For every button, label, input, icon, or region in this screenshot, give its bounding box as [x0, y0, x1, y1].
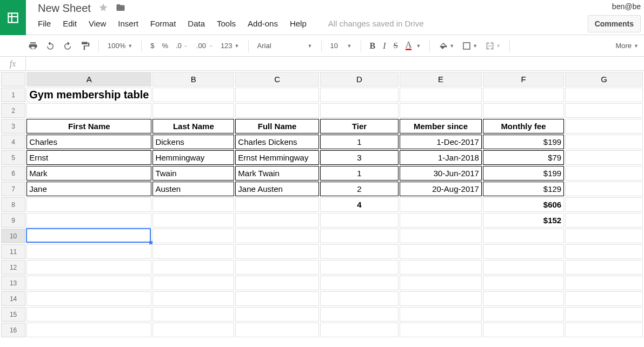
cell-C9[interactable]	[235, 213, 319, 228]
cell-E14[interactable]	[400, 291, 482, 306]
cell-G9[interactable]	[565, 213, 643, 228]
cell-D15[interactable]	[320, 307, 399, 322]
cell-C14[interactable]	[235, 291, 319, 306]
row-header-14[interactable]: 14	[1, 291, 25, 306]
cell-E11[interactable]	[400, 244, 482, 259]
text-color-button[interactable]: A▼	[403, 41, 423, 50]
cell-G7[interactable]	[565, 182, 643, 196]
cell-C15[interactable]	[235, 307, 319, 322]
cell-B9[interactable]	[152, 213, 234, 228]
merge-cells-button[interactable]: ▼	[483, 39, 503, 52]
menu-edit[interactable]: Edit	[63, 19, 77, 28]
cell-F9[interactable]: $152	[483, 213, 564, 228]
cell-D1[interactable]	[320, 88, 399, 102]
sheets-app-icon[interactable]	[0, 0, 26, 35]
cell-A3[interactable]: First Name	[26, 119, 151, 134]
cell-E1[interactable]	[400, 88, 482, 102]
cell-A5[interactable]: Ernst	[26, 150, 151, 165]
cell-E12[interactable]	[400, 260, 482, 275]
cell-A13[interactable]	[26, 276, 151, 290]
document-title[interactable]: New Sheet	[38, 2, 91, 15]
undo-icon[interactable]	[43, 39, 57, 52]
cell-B13[interactable]	[152, 276, 234, 290]
cell-E16[interactable]	[400, 323, 482, 337]
format-currency-button[interactable]: $	[148, 42, 156, 50]
cell-G16[interactable]	[565, 323, 643, 337]
cell-A2[interactable]	[26, 103, 151, 118]
cell-G5[interactable]	[565, 150, 643, 165]
cell-D13[interactable]	[320, 276, 399, 290]
col-header-D[interactable]: D	[320, 72, 399, 86]
menu-add-ons[interactable]: Add-ons	[248, 19, 278, 28]
col-header-A[interactable]: A	[26, 72, 151, 86]
cell-E6[interactable]: 30-Jun-2017	[400, 166, 482, 181]
font-size-dropdown[interactable]: 10▼	[328, 42, 354, 50]
cell-E3[interactable]: Member since	[400, 119, 482, 134]
cell-E8[interactable]	[400, 197, 482, 212]
row-header-10[interactable]: 10	[1, 229, 25, 243]
cell-D8[interactable]: 4	[320, 197, 399, 212]
cell-D10[interactable]	[320, 229, 399, 243]
row-header-11[interactable]: 11	[1, 244, 25, 259]
menu-view[interactable]: View	[89, 19, 106, 28]
cell-B3[interactable]: Last Name	[152, 119, 234, 134]
cell-A7[interactable]: Jane	[26, 182, 151, 196]
cell-C11[interactable]	[235, 244, 319, 259]
cell-G13[interactable]	[565, 276, 643, 290]
menu-file[interactable]: File	[38, 19, 51, 28]
cell-D7[interactable]: 2	[320, 182, 399, 196]
folder-icon[interactable]	[116, 3, 125, 14]
account-label[interactable]: ben@be	[612, 2, 641, 11]
cell-F4[interactable]: $199	[483, 135, 564, 149]
menu-tools[interactable]: Tools	[217, 19, 236, 28]
menu-insert[interactable]: Insert	[118, 19, 138, 28]
borders-button[interactable]: ▼	[460, 39, 480, 52]
cell-E2[interactable]	[400, 103, 482, 118]
row-header-2[interactable]: 2	[1, 103, 25, 118]
cell-G10[interactable]	[565, 229, 643, 243]
cell-D14[interactable]	[320, 291, 399, 306]
cell-D16[interactable]	[320, 323, 399, 337]
cell-F12[interactable]	[483, 260, 564, 275]
cell-A8[interactable]	[26, 197, 151, 212]
cell-B1[interactable]	[152, 88, 234, 102]
zoom-dropdown[interactable]: 100%▼	[105, 42, 135, 50]
row-header-4[interactable]: 4	[1, 135, 25, 149]
cell-G6[interactable]	[565, 166, 643, 181]
cell-F2[interactable]	[483, 103, 564, 118]
increase-decimal-button[interactable]: .00→	[194, 42, 215, 50]
cell-C5[interactable]: Ernst Hemmingway	[235, 150, 319, 165]
cell-C6[interactable]: Mark Twain	[235, 166, 319, 181]
cell-D2[interactable]	[320, 103, 399, 118]
cell-C16[interactable]	[235, 323, 319, 337]
cell-C2[interactable]	[235, 103, 319, 118]
col-header-C[interactable]: C	[235, 72, 319, 86]
col-header-F[interactable]: F	[483, 72, 564, 86]
cell-F15[interactable]	[483, 307, 564, 322]
menu-help[interactable]: Help	[290, 19, 307, 28]
toolbar-more-button[interactable]: More▼	[615, 42, 639, 50]
comments-button[interactable]: Comments	[588, 15, 641, 32]
cell-A1[interactable]: Gym membership table	[26, 88, 151, 102]
cell-B2[interactable]	[152, 103, 234, 118]
cell-E7[interactable]: 20-Aug-2017	[400, 182, 482, 196]
cell-B15[interactable]	[152, 307, 234, 322]
cell-F3[interactable]: Monthly fee	[483, 119, 564, 134]
cell-A16[interactable]	[26, 323, 151, 337]
bold-button[interactable]: B	[368, 41, 378, 51]
cell-G12[interactable]	[565, 260, 643, 275]
cell-D4[interactable]: 1	[320, 135, 399, 149]
cell-B16[interactable]	[152, 323, 234, 337]
cell-G8[interactable]	[565, 197, 643, 212]
cell-B10[interactable]	[152, 229, 234, 243]
cell-B8[interactable]	[152, 197, 234, 212]
cell-G4[interactable]	[565, 135, 643, 149]
cell-C4[interactable]: Charles Dickens	[235, 135, 319, 149]
cell-F11[interactable]	[483, 244, 564, 259]
paint-format-icon[interactable]	[78, 39, 92, 52]
cell-F7[interactable]: $129	[483, 182, 564, 196]
menu-format[interactable]: Format	[150, 19, 176, 28]
spreadsheet-grid[interactable]: ABCDEFG1Gym membership table23First Name…	[0, 71, 644, 338]
cell-A14[interactable]	[26, 291, 151, 306]
decrease-decimal-button[interactable]: .0←	[174, 42, 191, 50]
